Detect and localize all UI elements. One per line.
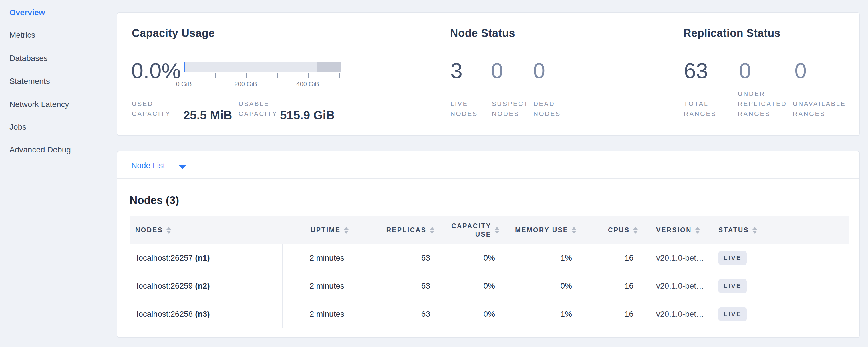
node-address-cell[interactable]: localhost:26257 (n1) bbox=[129, 244, 283, 272]
column-header-uptime[interactable]: UPTIME bbox=[283, 226, 349, 234]
gauge-axis-label-400: 400 GiB bbox=[296, 81, 319, 88]
view-switcher-label[interactable]: Node List bbox=[131, 161, 165, 170]
column-header-cpus[interactable]: CPUS bbox=[576, 226, 656, 234]
sort-icon bbox=[166, 227, 171, 234]
chevron-down-icon bbox=[179, 165, 186, 169]
uptime-cell: 2 minutes bbox=[283, 282, 349, 291]
column-header-label: UPTIME bbox=[311, 226, 341, 234]
replicas-cell: 63 bbox=[349, 282, 434, 291]
status-cell: LIVE bbox=[718, 279, 849, 293]
status-badge: LIVE bbox=[718, 307, 747, 321]
sort-icon bbox=[430, 227, 434, 234]
usable-capacity-label: USABLE CAPACITY bbox=[239, 99, 277, 119]
sidebar-item-statements[interactable]: Statements bbox=[9, 77, 50, 86]
total-ranges-value: 63 bbox=[684, 58, 708, 83]
version-cell: v20.1.0-bet… bbox=[656, 310, 718, 319]
capacity-use-cell: 0% bbox=[434, 253, 499, 263]
cpus-cell: 16 bbox=[576, 253, 656, 263]
node-address-cell[interactable]: localhost:26258 (n3) bbox=[129, 301, 283, 328]
dead-nodes-label: DEAD NODES bbox=[533, 99, 561, 119]
nodes-card: Node List Nodes (3) NODES UPTIME REPLICA… bbox=[117, 151, 860, 338]
node-id: (n2) bbox=[195, 282, 210, 291]
node-address[interactable]: localhost:26257 bbox=[137, 253, 193, 263]
used-capacity-value: 25.5 MiB bbox=[183, 108, 232, 122]
memory-use-cell: 0% bbox=[499, 282, 576, 291]
node-address-cell[interactable]: localhost:26259 (n2) bbox=[129, 272, 283, 300]
sort-icon bbox=[344, 227, 349, 234]
table-row[interactable]: localhost:26257 (n1) 2 minutes 63 0% 1% … bbox=[129, 244, 849, 272]
live-nodes-value: 3 bbox=[451, 58, 462, 83]
sort-icon bbox=[633, 227, 638, 234]
node-id: (n1) bbox=[195, 253, 210, 263]
unavailable-ranges-label: UNAVAILABLE RANGES bbox=[793, 99, 846, 119]
sort-icon bbox=[752, 227, 757, 234]
gauge-axis-label-0: 0 GiB bbox=[176, 81, 192, 88]
column-header-status[interactable]: STATUS bbox=[718, 226, 849, 234]
nodes-section-title: Nodes (3) bbox=[129, 194, 179, 207]
node-id: (n3) bbox=[195, 310, 210, 319]
capacity-gauge bbox=[184, 62, 341, 72]
status-badge: LIVE bbox=[718, 279, 747, 293]
column-header-label: CAPACITY USE bbox=[445, 222, 491, 239]
gauge-axis-label-200: 200 GiB bbox=[234, 81, 257, 88]
column-header-label: CPUS bbox=[608, 226, 630, 234]
column-header-label: STATUS bbox=[718, 226, 749, 234]
column-header-replicas[interactable]: REPLICAS bbox=[349, 226, 434, 234]
suspect-nodes-value: 0 bbox=[491, 58, 503, 83]
column-header-label: MEMORY USE bbox=[515, 226, 568, 234]
gauge-tick bbox=[184, 73, 184, 78]
under-replicated-ranges-value: 0 bbox=[739, 58, 751, 83]
column-header-label: VERSION bbox=[656, 226, 692, 234]
sidebar-item-overview[interactable]: Overview bbox=[9, 8, 45, 17]
cpus-cell: 16 bbox=[576, 310, 656, 319]
suspect-nodes-label: SUSPECT NODES bbox=[492, 99, 529, 119]
unavailable-ranges-value: 0 bbox=[795, 58, 807, 83]
gauge-tick bbox=[308, 73, 309, 78]
live-nodes-label: LIVE NODES bbox=[451, 99, 478, 119]
column-header-memory-use[interactable]: MEMORY USE bbox=[499, 226, 576, 234]
replicas-cell: 63 bbox=[349, 310, 434, 319]
sidebar: Overview Metrics Databases Statements Ne… bbox=[0, 0, 117, 347]
gauge-tick bbox=[215, 73, 216, 78]
capacity-use-cell: 0% bbox=[434, 282, 499, 291]
sidebar-item-jobs[interactable]: Jobs bbox=[9, 122, 26, 132]
uptime-cell: 2 minutes bbox=[283, 253, 349, 263]
column-header-version[interactable]: VERSION bbox=[656, 226, 718, 234]
column-header-nodes[interactable]: NODES bbox=[129, 226, 283, 234]
status-cell: LIVE bbox=[718, 307, 849, 321]
gauge-tick bbox=[339, 73, 340, 78]
sidebar-item-advanced-debug[interactable]: Advanced Debug bbox=[9, 145, 71, 155]
nodes-table: NODES UPTIME REPLICAS CAPACITY USE MEMOR… bbox=[129, 216, 849, 328]
sidebar-item-network-latency[interactable]: Network Latency bbox=[9, 100, 69, 109]
node-address[interactable]: localhost:26258 bbox=[137, 310, 193, 319]
capacity-gauge-reserved-segment bbox=[317, 62, 341, 72]
table-row[interactable]: localhost:26259 (n2) 2 minutes 63 0% 0% … bbox=[129, 272, 849, 301]
column-header-label: REPLICAS bbox=[386, 226, 427, 234]
replication-status-title: Replication Status bbox=[683, 27, 781, 39]
uptime-cell: 2 minutes bbox=[283, 310, 349, 319]
version-cell: v20.1.0-bet… bbox=[656, 253, 718, 263]
table-header-row: NODES UPTIME REPLICAS CAPACITY USE MEMOR… bbox=[129, 216, 849, 244]
usable-capacity-value: 515.9 GiB bbox=[280, 108, 335, 122]
sort-icon bbox=[572, 227, 576, 234]
view-switcher-dropdown[interactable]: Node List bbox=[117, 151, 859, 179]
memory-use-cell: 1% bbox=[499, 310, 576, 319]
version-cell: v20.1.0-bet… bbox=[656, 282, 718, 291]
cpus-cell: 16 bbox=[576, 282, 656, 291]
cluster-overview-page: Overview Metrics Databases Statements Ne… bbox=[0, 0, 868, 347]
capacity-used-percent: 0.0% bbox=[131, 58, 181, 83]
cluster-summary-card: Capacity Usage 0.0% 0 GiB 200 GiB 400 Gi… bbox=[117, 12, 860, 136]
gauge-tick bbox=[246, 73, 247, 78]
sidebar-item-metrics[interactable]: Metrics bbox=[9, 31, 35, 40]
status-badge: LIVE bbox=[718, 251, 747, 265]
node-address[interactable]: localhost:26259 bbox=[137, 282, 193, 291]
sort-icon bbox=[695, 227, 700, 234]
capacity-use-cell: 0% bbox=[434, 310, 499, 319]
column-header-capacity-use[interactable]: CAPACITY USE bbox=[434, 222, 499, 239]
node-status-title: Node Status bbox=[450, 27, 515, 39]
capacity-usage-title: Capacity Usage bbox=[132, 27, 215, 39]
used-capacity-label: USED CAPACITY bbox=[132, 99, 171, 119]
table-row[interactable]: localhost:26258 (n3) 2 minutes 63 0% 1% … bbox=[129, 301, 849, 328]
sidebar-item-databases[interactable]: Databases bbox=[9, 54, 48, 63]
memory-use-cell: 1% bbox=[499, 253, 576, 263]
